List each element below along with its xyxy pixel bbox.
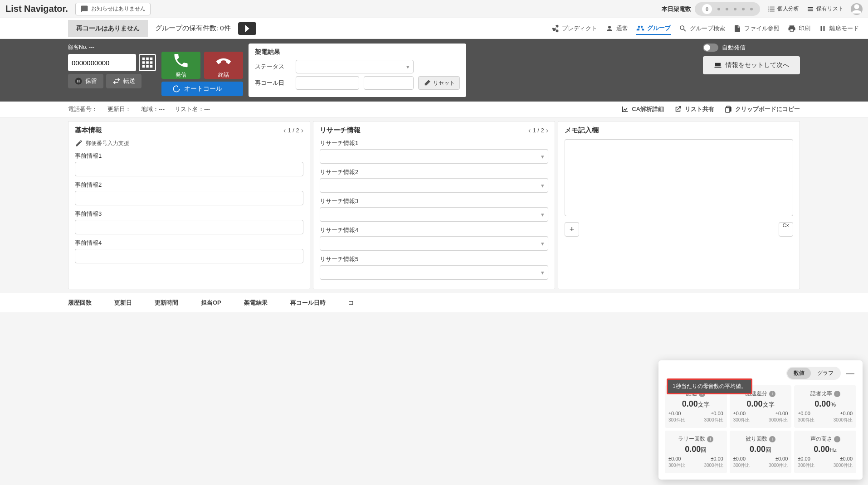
transfer-button[interactable]: 転送 [106,74,141,88]
memo-panel: メモ記入欄 + C× [558,121,800,289]
history-col-6: コ [348,299,354,307]
laptop-icon [714,61,722,69]
research-field-select-4[interactable]: ▾ [320,265,548,280]
share-icon [551,24,559,33]
mode-predict[interactable]: プレディクト [551,24,597,33]
mode-normal[interactable]: 通常 [605,24,628,33]
chart-icon [621,105,629,113]
memo-title: メモ記入欄 [565,126,599,135]
info-list-name: リスト名：--- [175,105,210,113]
mode-away[interactable]: 離席モード [819,24,859,33]
pause-circle-icon [74,77,83,85]
eraser-icon [423,79,431,87]
group-count: グループの保有件数: 0件 [148,24,238,33]
transfer-icon [112,77,121,85]
pause-icon [819,24,827,33]
history-col-4: 架電結果 [244,299,268,307]
basic-field-input-0[interactable] [75,162,303,176]
today-calls-label: 本日架電数 [662,5,691,13]
app-logo: List Navigator. [5,4,68,14]
reset-button[interactable]: リセット [418,76,460,90]
research-info-title: リサーチ情報 [320,126,361,135]
search-icon [679,24,687,33]
history-col-1: 更新日 [114,299,132,307]
info-updated: 更新日： [107,105,131,113]
basic-next[interactable]: › [301,126,303,135]
basic-field-input-1[interactable] [75,191,303,205]
memo-cm-button[interactable]: C× [779,222,793,237]
notice-text: お知らせはありません [91,5,146,13]
share-out-icon [674,105,682,113]
basic-field-label-1: 事前情報2 [75,181,303,189]
call-button[interactable]: 発信 [161,52,200,79]
svg-point-2 [556,30,558,32]
basic-field-label-0: 事前情報1 [75,152,303,160]
research-field-select-0[interactable]: ▾ [320,149,548,164]
autocall-icon [172,85,180,93]
info-phone: 電話番号： [68,105,98,113]
list-icon [767,5,775,13]
today-calls-count: 0 [702,4,712,14]
research-info-panel: リサーチ情報 ‹1 / 2› リサーチ情報1 ▾リサーチ情報2 ▾リサーチ情報3… [313,121,555,289]
memo-textarea[interactable] [565,139,793,216]
recall-date-input[interactable] [296,76,359,90]
basic-info-panel: 基本情報 ‹1 / 2› 郵便番号入力支援 事前情報1 事前情報2 事前情報3 … [68,121,310,289]
list-share[interactable]: リスト共有 [674,105,714,113]
research-prev[interactable]: ‹ [528,126,531,135]
history-col-3: 担当OP [201,299,221,307]
clipboard-copy[interactable]: クリップボードにコピー [724,105,800,113]
postal-support[interactable]: 郵便番号入力支援 [75,139,303,147]
call-result-panel: 架電結果 ステータス ▾ 再コール日 リセット [249,44,466,97]
chat-icon [80,5,88,13]
clipboard-icon [724,105,732,113]
auto-call-toggle[interactable] [703,44,718,52]
ca-analysis-detail[interactable]: CA解析詳細 [621,105,664,113]
basic-field-input-3[interactable] [75,249,303,263]
customer-no-label: 顧客No. --- [68,44,156,51]
user-avatar[interactable] [851,3,863,15]
call-result-title: 架電結果 [255,48,460,56]
dialpad-button[interactable] [139,54,156,71]
mode-group[interactable]: グループ [636,24,671,35]
history-col-2: 更新時間 [155,299,178,307]
research-field-select-2[interactable]: ▾ [320,207,548,222]
hangup-button[interactable]: 終話 [204,52,243,79]
mode-print[interactable]: 印刷 [788,24,810,33]
info-region: 地域：--- [141,105,165,113]
history-col-0: 履歴回数 [68,299,92,307]
basic-prev[interactable]: ‹ [283,126,286,135]
set-and-next-button[interactable]: 情報をセットして次へ [703,56,800,74]
research-next[interactable]: › [546,126,548,135]
group-icon [636,24,644,32]
person-icon [605,24,614,33]
next-arrow-button[interactable] [238,22,256,35]
research-field-label-4: リサーチ情報5 [320,255,548,263]
basic-field-label-3: 事前情報4 [75,239,303,247]
notice-pill: お知らせはありません [75,3,151,15]
recall-time-input[interactable] [364,76,414,90]
owned-lists-link[interactable]: 保有リスト [806,5,844,13]
auto-call-toggle-label: 自動発信 [722,44,746,52]
list-icon [806,5,814,13]
recall-date-label: 再コール日 [255,79,291,87]
recall-status: 再コールはありません [68,20,148,37]
call-dots: 0 [695,2,760,16]
status-label: ステータス [255,63,291,71]
mode-file-ref[interactable]: ファイル参照 [733,24,780,33]
customer-no-input[interactable] [68,54,136,71]
mode-group-search[interactable]: グループ検索 [679,24,725,33]
research-field-label-2: リサーチ情報3 [320,197,548,205]
research-field-select-3[interactable]: ▾ [320,236,548,251]
autocall-button[interactable]: オートコール [161,82,243,96]
svg-point-0 [556,25,558,27]
basic-field-input-2[interactable] [75,220,303,234]
research-field-label-0: リサーチ情報1 [320,139,548,147]
hold-button[interactable]: 保留 [68,74,103,88]
svg-point-3 [75,78,82,85]
file-icon [733,24,741,33]
research-field-select-1[interactable]: ▾ [320,178,548,193]
personal-analysis-link[interactable]: 個人分析 [767,5,799,13]
memo-add-button[interactable]: + [565,222,579,237]
status-select[interactable]: ▾ [296,60,414,73]
basic-field-label-2: 事前情報3 [75,210,303,218]
